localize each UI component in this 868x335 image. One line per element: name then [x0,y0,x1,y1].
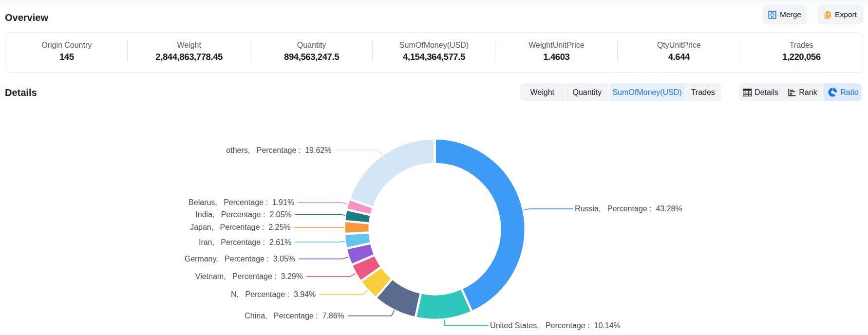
svg-text:Russia, Percentage : 43.28%: Russia, Percentage : 43.28% [575,205,682,213]
svg-text:Iran, Percentage : 2.61%: Iran, Percentage : 2.61% [199,238,291,246]
svg-text:India, Percentage : 2.05%: India, Percentage : 2.05% [195,210,291,219]
svg-text:China, Percentage : 7.86%: China, Percentage : 7.86% [245,312,344,320]
svg-text:Belarus, Percentage : 1.91%: Belarus, Percentage : 1.91% [189,198,294,206]
svg-text:others, Percentage : 19.62%: others, Percentage : 19.62% [226,146,331,154]
svg-text:United States, Percentage :: United States, Percentage : 10.14% [490,321,621,330]
svg-text:N, Percentage : 3.94%: N, Percentage : 3.94% [231,290,316,298]
svg-text:Japan, Percentage : 2.25%: Japan, Percentage : 2.25% [190,223,290,231]
svg-text:Germany, Percentage : 3.05%: Germany, Percentage : 3.05% [185,255,295,263]
svg-text:Vietnam, Percentage : 3.29%: Vietnam, Percentage : 3.29% [195,272,303,280]
